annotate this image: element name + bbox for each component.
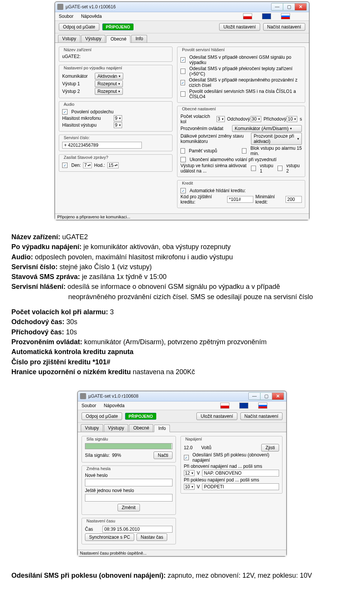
close-button[interactable]: ✕ (295, 3, 307, 11)
connection-status: PŘIPOJENO (125, 413, 156, 420)
device-name-value: uGATE2: (62, 54, 80, 59)
button-read-voltage[interactable]: Zjisti (261, 444, 279, 451)
explanation-text-2: Odesílání SMS při poklesu (obnovení napá… (0, 558, 364, 588)
checkbox-inmem[interactable] (180, 148, 185, 154)
input-time[interactable]: 08:39 15.06.2010 (102, 526, 173, 533)
checkbox-svc-sms3[interactable] (180, 80, 185, 85)
legend-signal: Síla signálu (85, 437, 110, 441)
group-audio: Audio Povolení odposlechu Hlasitost mikr… (59, 101, 173, 132)
input-drop-text[interactable]: PODPETI (202, 483, 279, 490)
select-leave[interactable]: 30 (251, 116, 261, 122)
tab-vystupy[interactable]: Výstupy (104, 424, 129, 432)
flag-sk-icon[interactable] (258, 403, 267, 409)
label-communicator: Komunikátor (62, 74, 93, 79)
label-mincredit: Minimální kredit: (256, 194, 283, 205)
group-status-msg: Zasílat Stavové zprávy? Den: 7 Hod.: 15 (59, 154, 173, 172)
button-signal-load[interactable]: Načti (154, 451, 172, 459)
tab-info[interactable]: Info (131, 35, 147, 42)
button-save-settings[interactable]: Uložit nastavení (219, 23, 260, 31)
tab-vstupy[interactable]: Vstupy (58, 35, 80, 42)
checkbox-svc-sms2[interactable] (180, 69, 185, 74)
checkbox-in1[interactable] (251, 166, 256, 171)
label-svc-sms1: Odesílat SMS v případě obnovení GSM sign… (189, 55, 302, 65)
label-leave: Odchodový (227, 116, 248, 122)
minimize-button[interactable]: — (271, 3, 283, 11)
select-communicator[interactable]: Aktivován (95, 73, 123, 80)
spinner-day[interactable]: 7 (83, 162, 92, 168)
select-out2[interactable]: Rozepnut (95, 88, 123, 95)
select-arrive[interactable]: 10 (287, 116, 297, 122)
checkbox-autowatch[interactable] (180, 188, 186, 193)
menu-file[interactable]: Soubor (82, 403, 96, 408)
checkbox-listen[interactable] (62, 109, 67, 114)
checkbox-svc-sms1[interactable] (180, 57, 185, 63)
checkbox-svc-sms4[interactable] (180, 91, 185, 97)
button-change-password[interactable]: Změnit (118, 504, 140, 511)
input-restore-text[interactable]: NAP. OBNOVENO (202, 470, 279, 477)
label-hour: Hod.: (94, 163, 105, 168)
minimize-button[interactable]: — (248, 392, 260, 400)
menu-help[interactable]: Nápověda (81, 14, 102, 19)
input-new-password[interactable] (85, 479, 173, 486)
button-disconnect[interactable]: Odpoj od µGate (82, 412, 122, 420)
flag-sk-icon[interactable] (281, 13, 290, 19)
select-ringcount[interactable]: 3 (217, 116, 225, 122)
flag-gb-icon[interactable] (239, 403, 248, 409)
checkbox-in2[interactable] (278, 166, 282, 171)
tabstrip: Vstupy Výstupy Obecné Info (78, 423, 286, 432)
legend-power: Napájení (184, 437, 204, 441)
button-set-time[interactable]: Nastav čas (136, 533, 167, 541)
select-drop-v[interactable]: 10 (184, 484, 195, 490)
button-disconnect[interactable]: Odpoj od µGate (59, 23, 99, 31)
menubar: Soubor Nápověda (55, 12, 309, 21)
checkbox-block15[interactable] (242, 148, 246, 154)
label-in1: vstupu 1 (260, 163, 275, 174)
label-sec: s (300, 116, 302, 122)
signal-value: 99% (112, 453, 121, 458)
voltage-unit: Voltů (201, 445, 212, 450)
legend-general: Obecné nastavení (180, 107, 217, 111)
tab-info[interactable]: Info (154, 425, 170, 432)
flag-gb-icon[interactable] (262, 13, 271, 19)
select-remoteconf[interactable]: Prozvonit (pouze při aktivaci) (251, 133, 302, 145)
button-save-settings[interactable]: Uložit nastavení (196, 412, 237, 420)
tab-obecne[interactable]: Obecné (129, 424, 153, 432)
label-endcall: Ukončení alarmového volání při vyzvednut… (190, 157, 276, 162)
label-out1: Výstup 1 (62, 81, 93, 86)
close-button[interactable]: ✕ (272, 392, 284, 400)
input-creditcode[interactable]: *101# (227, 196, 253, 203)
flag-cz-icon[interactable] (243, 13, 252, 19)
tab-vystupy[interactable]: Výstupy (81, 35, 106, 42)
group-general: Obecné nastavení Počet volacích kol 3 Od… (177, 106, 305, 177)
maximize-button[interactable]: ▢ (283, 3, 295, 11)
flag-cz-icon[interactable] (220, 403, 229, 409)
label-signal: Síla signálu: (85, 453, 110, 458)
label-drop-unit: V (197, 484, 200, 489)
spinner-hour[interactable]: 15 (107, 162, 119, 168)
group-device-name: Název zařízení uGATE2: (59, 47, 173, 62)
select-ringctrl[interactable]: Komunikátor (Arm/Disarm) (232, 125, 302, 132)
select-restore-v[interactable]: 12 (184, 470, 195, 476)
tab-obecne[interactable]: Obecné (106, 35, 130, 43)
menu-file[interactable]: Soubor (59, 14, 74, 19)
window-title: µGATE-set v1.0 r100608 (88, 393, 248, 399)
input-service-number[interactable]: + 420123456789 (62, 142, 142, 149)
select-out1[interactable]: Rozepnut (95, 80, 123, 87)
checkbox-status-msg[interactable] (62, 163, 67, 168)
button-load-settings[interactable]: Načíst nastavení (263, 23, 305, 31)
maximize-button[interactable]: ▢ (260, 392, 272, 400)
input-password-again[interactable] (85, 494, 173, 502)
checkbox-endcall[interactable] (180, 157, 186, 162)
checkbox-sms-on-drop[interactable] (184, 455, 189, 460)
label-creditcode: Kód pro zjištění kreditu: (180, 194, 225, 205)
select-out-vol[interactable]: 9 (114, 122, 122, 128)
input-mincredit[interactable]: 200 (286, 196, 302, 203)
select-mic-vol[interactable]: 9 (114, 115, 122, 121)
menu-help[interactable]: Nápověda (104, 403, 125, 408)
button-sync-time[interactable]: Synchronizace s PC (85, 533, 134, 541)
signal-bar (85, 443, 173, 449)
statusbar: Nastavení času proběhlo úspěšně... (78, 550, 286, 556)
tab-vstupy[interactable]: Vstupy (81, 424, 103, 432)
legend-after-power: Nastavení po výpadku napájení (62, 66, 124, 70)
button-load-settings[interactable]: Načíst nastavení (240, 412, 282, 420)
